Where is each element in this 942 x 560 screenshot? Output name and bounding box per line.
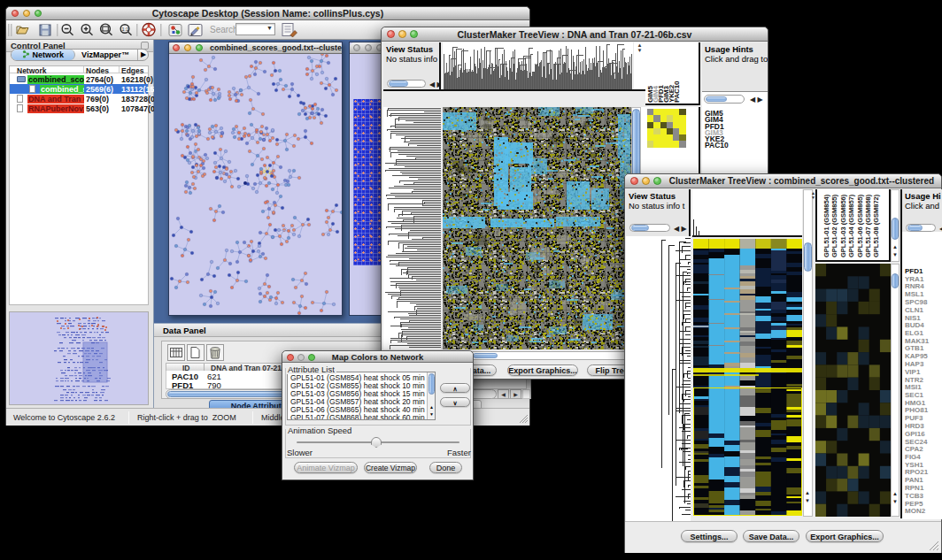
svg-text:1:1: 1:1: [122, 27, 129, 32]
